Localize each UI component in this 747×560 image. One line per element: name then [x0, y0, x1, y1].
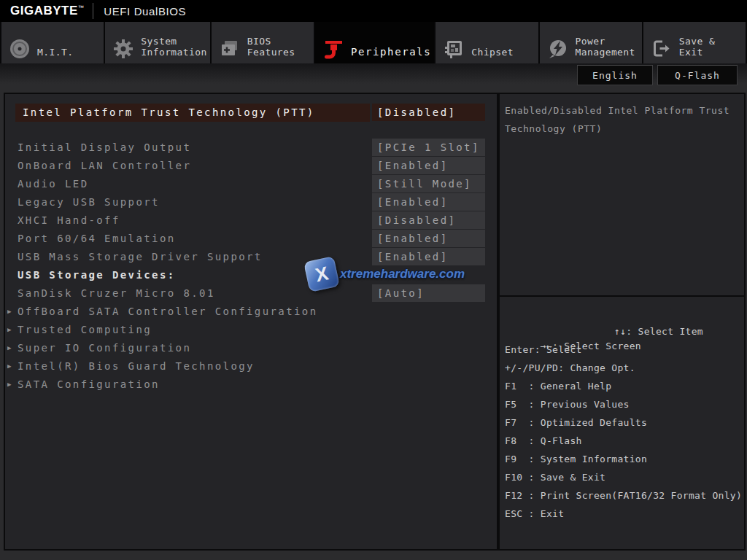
setting-label: XHCI Hand-off	[18, 211, 120, 230]
key-legend-line: +/-/PU/PD: Change Opt.	[505, 361, 635, 376]
setting-label: Audio LED	[18, 175, 88, 193]
tab-save-exit[interactable]: Save & Exit	[643, 22, 746, 63]
tab-label: Save & Exit	[679, 36, 743, 58]
submenu-arrow-icon: ▶	[7, 303, 11, 321]
mit-dial-icon	[9, 38, 31, 60]
lightning-icon	[547, 38, 569, 60]
language-button[interactable]: English	[577, 65, 653, 85]
setting-row[interactable]: Legacy USB Support [Enabled]	[5, 193, 497, 211]
setting-row-submenu[interactable]: ▶ Intel(R) Bios Guard Technology	[5, 357, 497, 376]
setting-label: SATA Configuration	[18, 376, 160, 394]
key-legend-line: Enter: Select	[505, 343, 582, 357]
setting-label: USB Storage Devices:	[18, 266, 176, 284]
tab-bar: M.I.T. System Information BIOS Features …	[0, 22, 747, 63]
gear-icon	[112, 38, 134, 60]
tab-system-information[interactable]: System Information	[105, 22, 210, 63]
key-legend-line: F5 : Previous Values	[505, 397, 630, 412]
submenu-arrow-icon: ▶	[7, 357, 11, 376]
key-legend-line: F7 : Optimized Defaults	[505, 416, 647, 430]
setting-label: Intel(R) Bios Guard Technology	[18, 357, 255, 376]
folders-icon	[219, 38, 241, 60]
setting-row-submenu[interactable]: ▶ Trusted Computing	[5, 321, 497, 339]
key-legend-line: F1 : General Help	[505, 379, 611, 394]
key-legend-line: ESC : Exit	[505, 507, 564, 521]
brand-text: GIGABYTE	[10, 4, 78, 18]
setting-label: Super IO Configuration	[18, 339, 191, 357]
titlebar-divider	[93, 3, 93, 19]
setting-row[interactable]: SanDisk Cruzer Micro 8.01 [Auto]	[5, 284, 497, 303]
setting-row[interactable]: Intel Platform Trust Technology (PTT) [D…	[5, 104, 497, 122]
trademark-symbol: ™	[78, 4, 85, 11]
setting-value: [Enabled]	[372, 157, 485, 174]
exit-door-icon	[651, 38, 673, 60]
help-panel-divider	[500, 295, 744, 297]
key-legend-line: F10 : Save & Exit	[505, 470, 605, 485]
setting-label: Port 60/64 Emulation	[18, 230, 176, 248]
submenu-arrow-icon: ▶	[7, 321, 11, 339]
setting-value: [Auto]	[372, 284, 485, 302]
setting-value: [Disabled]	[372, 211, 485, 229]
setting-label: Initial Display Output	[18, 139, 191, 157]
key-legend-line: →←: Select Screen ↑↓: Select Item	[505, 324, 641, 339]
gigabyte-logo: GIGABYTE™	[10, 4, 84, 18]
setting-section-header: USB Storage Devices:	[5, 266, 497, 284]
key-legend-line: F8 : Q-Flash	[505, 434, 582, 448]
setting-row[interactable]: Audio LED [Still Mode]	[5, 175, 497, 193]
setting-label: SanDisk Cruzer Micro 8.01	[18, 284, 215, 303]
help-panel: Enabled/Disabled Intel Platform Trust Te…	[498, 93, 746, 551]
settings-panel: Intel Platform Trust Technology (PTT) [D…	[4, 93, 498, 551]
qflash-button[interactable]: Q-Flash	[657, 65, 738, 85]
setting-value: [Disabled]	[372, 104, 485, 121]
setting-row[interactable]: Port 60/64 Emulation [Enabled]	[5, 230, 497, 248]
tab-label: Chipset	[471, 47, 514, 58]
setting-row-submenu[interactable]: ▶ Super IO Configuration	[5, 339, 497, 357]
tab-label: System Information	[141, 36, 207, 58]
setting-label: USB Mass Storage Driver Support	[18, 248, 263, 266]
usb-device-icon	[322, 38, 344, 60]
setting-row[interactable]: OnBoard LAN Controller [Enabled]	[5, 157, 497, 175]
tab-chipset[interactable]: Chipset	[436, 22, 538, 63]
chip-icon	[443, 38, 465, 60]
product-title: UEFI DualBIOS	[104, 5, 186, 18]
setting-label: Legacy USB Support	[18, 193, 160, 211]
setting-label: Intel Platform Trust Technology (PTT)	[15, 104, 370, 122]
setting-row-submenu[interactable]: ▶ SATA Configuration	[5, 376, 497, 394]
setting-label: OffBoard SATA Controller Configuration	[18, 303, 318, 321]
tab-peripherals[interactable]: Peripherals	[315, 22, 434, 63]
setting-label: Trusted Computing	[18, 321, 152, 339]
tab-mit[interactable]: M.I.T.	[1, 22, 104, 63]
bios-screen: GIGABYTE™ UEFI DualBIOS M.I.T. System In…	[0, 0, 747, 560]
key-legend-line: F12 : Print Screen(FAT16/32 Format Only)	[505, 489, 742, 503]
tab-label: BIOS Features	[247, 36, 311, 58]
key-legend-line: F9 : System Information	[505, 452, 647, 467]
setting-row-submenu[interactable]: ▶ OffBoard SATA Controller Configuration	[5, 303, 497, 321]
setting-row[interactable]: USB Mass Storage Driver Support [Enabled…	[5, 248, 497, 266]
setting-value: [Still Mode]	[372, 175, 485, 192]
title-bar: GIGABYTE™ UEFI DualBIOS	[0, 0, 747, 22]
item-help-text: Enabled/Disabled Intel Platform Trust Te…	[505, 101, 746, 138]
tab-label: Power Management	[576, 36, 639, 58]
setting-value: [PCIe 1 Slot]	[372, 139, 485, 156]
setting-label: OnBoard LAN Controller	[18, 157, 191, 175]
submenu-arrow-icon: ▶	[7, 376, 11, 394]
tab-label: M.I.T.	[37, 47, 73, 58]
setting-value: [Enabled]	[372, 193, 485, 211]
tab-label: Peripherals	[351, 47, 431, 58]
legend-select-item: ↑↓: Select Item	[614, 324, 703, 339]
setting-value: [Enabled]	[372, 230, 485, 247]
tab-power-management[interactable]: Power Management	[540, 22, 642, 63]
setting-row[interactable]: Initial Display Output [PCIe 1 Slot]	[5, 139, 497, 157]
setting-row[interactable]: XHCI Hand-off [Disabled]	[5, 211, 497, 230]
submenu-arrow-icon: ▶	[7, 339, 11, 357]
tab-bios-features[interactable]: BIOS Features	[212, 22, 314, 63]
setting-value: [Enabled]	[372, 248, 485, 265]
